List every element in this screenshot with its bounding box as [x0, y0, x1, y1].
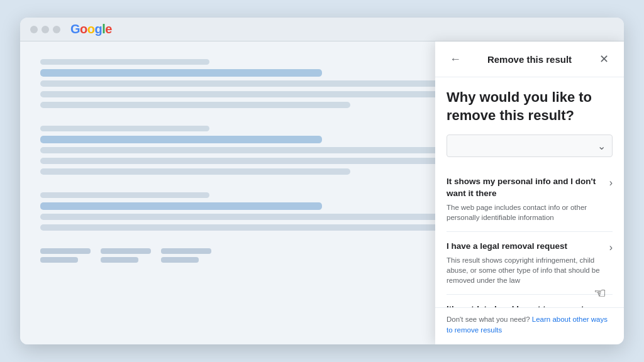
option-outdated[interactable]: It's outdated and I want to request a re…	[447, 295, 613, 307]
option-personal-info-desc: The web page includes contact info or ot…	[447, 202, 604, 222]
close-button[interactable]: ✕	[595, 50, 613, 68]
bottom-link-block-3	[161, 248, 211, 263]
result-title-link-2	[40, 136, 322, 143]
result-title-link-3	[40, 202, 322, 210]
option-personal-info-text: It shows my personal info and I don't wa…	[447, 176, 604, 222]
google-logo: Google	[70, 22, 112, 36]
panel-footer: Don't see what you need? Learn about oth…	[435, 307, 624, 345]
panel-heading: Why would you like to remove this result…	[447, 89, 613, 124]
footer-prefix: Don't see what you need?	[447, 315, 532, 323]
panel-title: Remove this result	[464, 54, 595, 65]
browser-window: Google	[20, 18, 624, 344]
option-legal-removal-desc: This result shows copyright infringement…	[447, 255, 604, 285]
browser-titlebar: Google	[20, 18, 624, 41]
snippet-line-2-2	[40, 158, 463, 164]
option-legal-removal-text: I have a legal removal request This resu…	[447, 241, 604, 285]
back-button[interactable]: ←	[447, 50, 464, 68]
bottom-link-5	[161, 248, 211, 254]
chevron-down-icon: ⌄	[597, 140, 606, 152]
browser-dot-yellow	[42, 26, 49, 33]
option-legal-removal[interactable]: I have a legal removal request This resu…	[447, 232, 613, 295]
bottom-link-3	[101, 248, 151, 254]
panel-body: Why would you like to remove this result…	[435, 77, 624, 307]
snippet-line-3	[40, 102, 350, 108]
panel-header: ← Remove this result ✕	[435, 41, 624, 77]
option-chevron-icon-1: ›	[609, 177, 613, 189]
remove-result-panel: ← Remove this result ✕ Why would you lik…	[435, 41, 624, 344]
bottom-link-block-2	[101, 248, 151, 263]
browser-dot-green	[53, 26, 60, 33]
bottom-link-1	[40, 248, 91, 254]
bottom-link-block-1	[40, 248, 91, 263]
browser-dot-red	[30, 26, 38, 33]
result-url-line	[40, 59, 209, 65]
bottom-link-2	[40, 257, 78, 263]
snippet-line-2	[40, 91, 463, 97]
snippet-line-2-3	[40, 168, 350, 175]
snippet-line-3-2	[40, 224, 463, 231]
option-legal-removal-title: I have a legal removal request	[447, 241, 604, 253]
browser-content: ← Remove this result ✕ Why would you lik…	[20, 41, 624, 344]
option-personal-info[interactable]: It shows my personal info and I don't wa…	[447, 167, 613, 232]
result-title-link	[40, 69, 322, 77]
option-personal-info-title: It shows my personal info and I don't wa…	[447, 176, 604, 200]
result-url-line-3	[40, 192, 209, 198]
bottom-link-6	[161, 257, 199, 263]
reason-dropdown[interactable]: ⌄	[447, 134, 613, 157]
bottom-link-4	[101, 257, 138, 263]
result-url-line-2	[40, 126, 209, 131]
option-chevron-icon-2: ›	[609, 242, 613, 253]
browser-controls	[30, 26, 60, 33]
